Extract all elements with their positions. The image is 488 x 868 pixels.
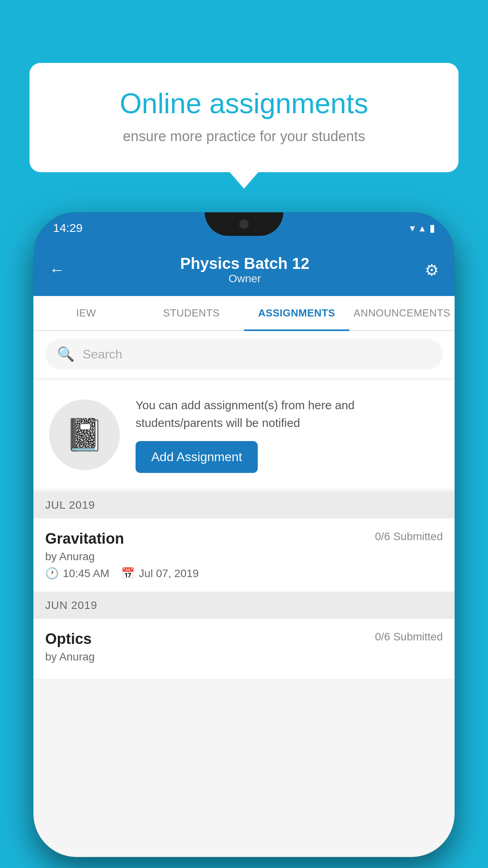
calendar-icon: 📅 — [121, 567, 135, 580]
header-title-area: Physics Batch 12 Owner — [180, 255, 309, 285]
assignment-by-optics: by Anurag — [45, 651, 443, 663]
assignment-by: by Anurag — [45, 550, 443, 563]
search-icon: 🔍 — [57, 346, 75, 362]
batch-subtitle: Owner — [180, 272, 309, 285]
section-header-jun: JUN 2019 — [33, 592, 455, 619]
promo-description: You can add assignment(s) from here and … — [136, 396, 439, 432]
app-header: ← Physics Batch 12 Owner ⚙ — [33, 244, 455, 296]
battery-icon: ▮ — [429, 222, 435, 234]
assignment-submitted-optics: 0/6 Submitted — [375, 631, 443, 643]
clock-icon: 🕐 — [45, 567, 59, 580]
assignment-date: 📅 Jul 07, 2019 — [121, 567, 199, 580]
search-placeholder: Search — [83, 347, 122, 362]
tab-students[interactable]: STUDENTS — [139, 296, 244, 330]
promo-card: 📓 You can add assignment(s) from here an… — [33, 381, 455, 489]
assignment-top-row: Gravitation 0/6 Submitted — [45, 530, 443, 547]
assignment-submitted: 0/6 Submitted — [375, 530, 443, 543]
batch-title: Physics Batch 12 — [180, 255, 309, 272]
speech-bubble: Online assignments ensure more practice … — [29, 63, 459, 172]
bubble-title: Online assignments — [57, 86, 431, 120]
search-container: 🔍 Search — [33, 331, 455, 377]
promo-text-area: You can add assignment(s) from here and … — [136, 396, 439, 473]
tab-announcements[interactable]: ANNOUNCEMENTS — [349, 296, 455, 330]
assignment-meta: 🕐 10:45 AM 📅 Jul 07, 2019 — [45, 567, 443, 580]
phone-notch — [205, 212, 283, 236]
section-header-jul: JUL 2019 — [33, 492, 455, 519]
signal-icon: ▴ — [420, 222, 425, 234]
assignment-item-gravitation[interactable]: Gravitation 0/6 Submitted by Anurag 🕐 10… — [33, 519, 455, 592]
status-time: 14:29 — [53, 221, 83, 235]
add-assignment-button[interactable]: Add Assignment — [136, 441, 258, 473]
assignment-item-optics[interactable]: Optics 0/6 Submitted by Anurag — [33, 619, 455, 679]
search-bar[interactable]: 🔍 Search — [45, 339, 443, 370]
wifi-icon: ▾ — [410, 222, 415, 234]
settings-button[interactable]: ⚙ — [425, 261, 439, 279]
notebook-icon: 📓 — [65, 416, 104, 453]
promo-icon-circle: 📓 — [49, 399, 120, 470]
status-bar: 14:29 ▾ ▴ ▮ — [33, 212, 455, 244]
tabs-bar: IEW STUDENTS ASSIGNMENTS ANNOUNCEMENTS — [33, 296, 455, 331]
assignment-name-optics: Optics — [45, 631, 92, 647]
phone-screen: ← Physics Batch 12 Owner ⚙ IEW STUDENTS … — [33, 244, 455, 857]
tab-assignments[interactable]: ASSIGNMENTS — [244, 296, 349, 330]
status-icons: ▾ ▴ ▮ — [410, 222, 435, 234]
phone-frame: 14:29 ▾ ▴ ▮ ← Physics Batch 12 Owner ⚙ I… — [33, 212, 455, 857]
back-button[interactable]: ← — [49, 261, 65, 279]
assignment-name: Gravitation — [45, 530, 124, 547]
tab-iew[interactable]: IEW — [33, 296, 139, 330]
front-camera — [239, 219, 249, 229]
speech-bubble-container: Online assignments ensure more practice … — [29, 63, 459, 172]
assignment-top-row-optics: Optics 0/6 Submitted — [45, 631, 443, 647]
bubble-subtitle: ensure more practice for your students — [57, 128, 431, 145]
assignment-time: 🕐 10:45 AM — [45, 567, 109, 580]
